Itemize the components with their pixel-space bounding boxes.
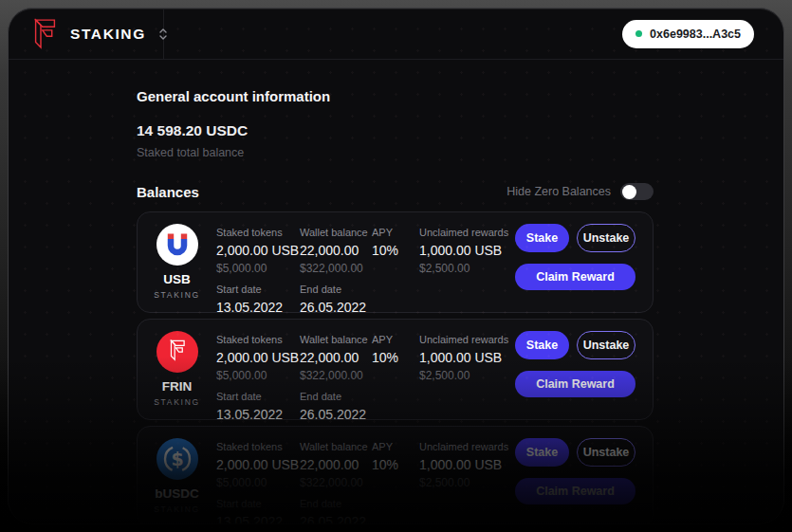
start-date-label: Start date	[216, 391, 300, 402]
staked-tokens-value: 2,000.00 USB	[216, 457, 300, 472]
stake-button[interactable]: Stake	[515, 331, 569, 359]
end-date-label: End date	[300, 284, 372, 295]
staked-total-caption: Staked total balance	[137, 146, 654, 159]
stake-button[interactable]: Stake	[515, 438, 569, 467]
staked-tokens-label: Staked tokens	[216, 441, 300, 452]
apy-label: APY	[372, 441, 419, 452]
token-caption: STAKING	[154, 397, 200, 407]
end-date-label: End date	[300, 391, 372, 402]
staking-card-busdc: $ bUSDC STAKING Staked tokens 2,000.00 U…	[137, 426, 654, 524]
end-date-value: 26.05.2022	[300, 300, 372, 315]
account-section-title: General account information	[137, 88, 654, 104]
wallet-balance-usd: $322,000.00	[300, 262, 372, 275]
unstake-button[interactable]: Unstake	[577, 224, 635, 252]
unstake-button[interactable]: Unstake	[577, 438, 635, 467]
wallet-balance-value: 22,000.00	[300, 243, 372, 258]
app-title: STAKING	[70, 26, 146, 43]
unclaimed-rewards-label: Unclaimed rewards	[419, 334, 515, 345]
hide-zero-balances-toggle[interactable]	[620, 183, 654, 200]
balances-list: USB STAKING Staked tokens 2,000.00 USB $…	[137, 211, 654, 524]
wallet-balance-label: Wallet balance	[300, 227, 372, 238]
chevron-updown-icon	[158, 27, 168, 42]
wallet-balance-value: 22,000.00	[300, 350, 372, 365]
claim-reward-button[interactable]: Claim Reward	[515, 264, 635, 290]
token-caption: STAKING	[154, 290, 200, 300]
top-bar: STAKING 0x6e9983...A3c5	[9, 9, 783, 60]
main-content: General account information 14 598.20 US…	[137, 88, 654, 524]
staked-tokens-value: 2,000.00 USB	[216, 350, 300, 365]
end-date-value: 26.05.2022	[300, 514, 372, 524]
toggle-knob	[622, 185, 636, 199]
staked-tokens-usd: $5,000.00	[216, 262, 300, 275]
token-name: FRIN	[162, 379, 193, 394]
app-window: STAKING 0x6e9983...A3c5 General account …	[8, 8, 784, 524]
apy-value: 10%	[372, 457, 419, 472]
wallet-balance-usd: $322,000.00	[300, 369, 372, 382]
wallet-status-dot-icon	[635, 30, 642, 37]
staked-tokens-usd: $5,000.00	[216, 476, 300, 489]
fringe-icon	[157, 331, 198, 373]
usdc-icon: $	[157, 438, 198, 480]
stake-button[interactable]: Stake	[515, 224, 569, 252]
wallet-balance-usd: $322,000.00	[300, 476, 372, 489]
claim-reward-button[interactable]: Claim Reward	[515, 478, 635, 504]
staked-tokens-value: 2,000.00 USB	[216, 243, 300, 258]
start-date-label: Start date	[216, 284, 300, 295]
end-date-value: 26.05.2022	[300, 407, 372, 422]
fringe-logo-icon	[32, 17, 58, 50]
token-name: bUSDC	[155, 486, 199, 501]
balances-section-title: Balances	[137, 184, 199, 200]
unclaimed-rewards-value: 1,000.00 USB	[419, 457, 515, 472]
unclaimed-rewards-label: Unclaimed rewards	[419, 441, 515, 452]
staking-card-usb: USB STAKING Staked tokens 2,000.00 USB $…	[137, 211, 654, 313]
start-date-label: Start date	[216, 498, 300, 509]
wallet-address-button[interactable]: 0x6e9983...A3c5	[622, 20, 754, 48]
unclaimed-rewards-label: Unclaimed rewards	[419, 227, 515, 238]
unclaimed-rewards-value: 1,000.00 USB	[419, 243, 515, 258]
wallet-balance-label: Wallet balance	[300, 441, 372, 452]
apy-label: APY	[372, 334, 419, 345]
token-caption: STAKING	[154, 504, 200, 514]
staked-tokens-label: Staked tokens	[216, 334, 300, 345]
staked-total-balance: 14 598.20 USDC	[137, 122, 654, 139]
unclaimed-rewards-usd: $2,500.00	[419, 369, 515, 382]
token-name: USB	[163, 272, 191, 286]
svg-text:$: $	[171, 449, 183, 469]
wallet-address: 0x6e9983...A3c5	[650, 28, 741, 41]
unstake-button[interactable]: Unstake	[577, 331, 635, 359]
claim-reward-button[interactable]: Claim Reward	[515, 371, 635, 397]
unclaimed-rewards-usd: $2,500.00	[419, 262, 515, 275]
start-date-value: 13.05.2022	[216, 514, 300, 524]
apy-label: APY	[372, 227, 419, 238]
apy-value: 10%	[372, 350, 419, 365]
hide-zero-balances-label: Hide Zero Balances	[507, 185, 611, 198]
staking-menu-selector[interactable]: STAKING	[9, 9, 164, 59]
unclaimed-rewards-value: 1,000.00 USB	[419, 350, 515, 365]
unclaimed-rewards-usd: $2,500.00	[419, 476, 515, 489]
staking-card-frin: FRIN STAKING Staked tokens 2,000.00 USB …	[137, 319, 654, 420]
apy-value: 10%	[372, 243, 419, 258]
wallet-balance-label: Wallet balance	[300, 334, 372, 345]
staked-tokens-usd: $5,000.00	[216, 369, 300, 382]
start-date-value: 13.05.2022	[216, 300, 300, 315]
start-date-value: 13.05.2022	[216, 407, 300, 422]
end-date-label: End date	[300, 498, 372, 509]
wallet-balance-value: 22,000.00	[300, 457, 372, 472]
magnet-icon	[157, 224, 198, 266]
staked-tokens-label: Staked tokens	[216, 227, 300, 238]
